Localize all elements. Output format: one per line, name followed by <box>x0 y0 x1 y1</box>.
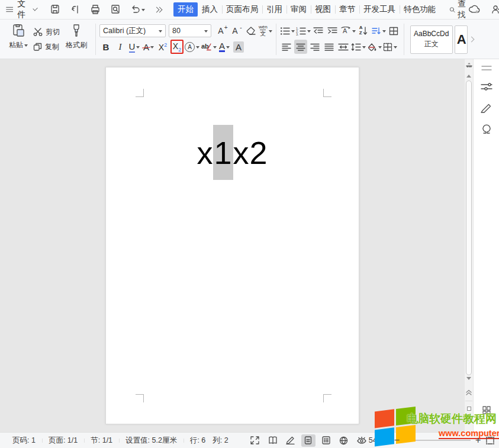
highlight-pen-icon: ab <box>201 42 212 51</box>
tab-review[interactable]: 审阅 <box>286 2 311 17</box>
pinyin-guide-button[interactable]: wén 文 <box>259 24 272 38</box>
style-next[interactable]: A <box>455 25 468 54</box>
fullscreen-button[interactable] <box>248 434 262 447</box>
highlight-color-button[interactable]: ab <box>201 40 217 54</box>
grow-font-glyph: A+ <box>218 26 227 36</box>
distribute-button[interactable] <box>337 40 350 54</box>
caret-icon <box>382 30 386 34</box>
page-thumbnails-button[interactable] <box>474 406 499 414</box>
paragraph-settings-button[interactable] <box>371 24 386 38</box>
style-gallery-expand-icon[interactable] <box>468 37 474 43</box>
document-text-line[interactable]: x1x2 <box>106 127 359 179</box>
pane-toggle-button[interactable] <box>474 65 499 71</box>
clear-format-button[interactable] <box>244 24 257 38</box>
web-layout-button[interactable] <box>337 434 351 447</box>
borders-button[interactable] <box>383 40 397 54</box>
tab-page-layout[interactable]: 页面布局 <box>222 2 262 17</box>
properties-pane-button[interactable] <box>474 82 499 92</box>
zoom-slider[interactable] <box>404 440 471 441</box>
tab-section[interactable]: 章节 <box>335 2 359 17</box>
scroll-up-button[interactable] <box>465 72 473 78</box>
decrease-indent-button[interactable] <box>312 24 325 38</box>
zoom-level-button[interactable]: 54% <box>369 436 389 444</box>
read-mode-button[interactable] <box>266 434 280 447</box>
numbered-list-button[interactable]: 1.2.3. <box>296 24 311 38</box>
scroll-down-button[interactable] <box>465 377 473 382</box>
cloud-sync-icon[interactable] <box>469 5 481 14</box>
scrollbar-thumb[interactable] <box>466 80 472 375</box>
status-section[interactable]: 节: 1/1 <box>84 436 119 446</box>
text-direction-button[interactable]: A <box>340 24 356 38</box>
file-menu[interactable]: 文件 <box>6 0 37 20</box>
tab-special-features[interactable]: 特色功能 <box>400 2 440 17</box>
more-commands-button[interactable] <box>154 8 162 12</box>
bullet-list-button[interactable] <box>280 24 295 38</box>
ruler-toggle-icon <box>466 62 472 67</box>
tab-home[interactable]: 开始 <box>173 2 198 17</box>
copy-button[interactable]: 复制 <box>33 42 60 52</box>
line-spacing-button[interactable] <box>351 40 366 54</box>
titlebar: 文件 开始 插入 页面布局 引用 审阅 视图 章节 开发工具 特色功能 查找 <box>0 0 499 20</box>
zoom-out-button[interactable]: − <box>394 435 400 446</box>
grow-font-button[interactable]: A+ <box>216 24 229 38</box>
zoom-in-button[interactable]: + <box>475 435 481 446</box>
save-icon[interactable] <box>50 4 60 15</box>
annotate-pen-button[interactable] <box>474 103 499 113</box>
eye-protection-button[interactable] <box>355 434 369 447</box>
next-page-button[interactable] <box>465 419 473 425</box>
status-pages[interactable]: 页面: 1/1 <box>42 436 84 446</box>
underline-button[interactable]: U <box>128 40 141 54</box>
invite-user-icon[interactable] <box>491 5 499 14</box>
format-painter-button[interactable]: 格式刷 <box>61 21 92 57</box>
enclose-character-button[interactable]: A <box>185 40 199 54</box>
document-page[interactable]: x1x2 <box>105 67 359 424</box>
fit-page-icon[interactable] <box>485 436 495 445</box>
document-canvas[interactable]: x1x2 <box>0 59 464 432</box>
page-view-button[interactable] <box>301 434 316 447</box>
style-normal[interactable]: AaBbCcDd 正文 <box>410 25 453 54</box>
increase-indent-button[interactable] <box>326 24 339 38</box>
undo-icon <box>130 5 140 14</box>
tab-insert[interactable]: 插入 <box>198 2 222 17</box>
tab-developer[interactable]: 开发工具 <box>359 2 400 17</box>
font-name-select[interactable]: Calibri (正文) <box>99 24 166 37</box>
strikethrough-button[interactable]: A <box>142 40 155 54</box>
undo-button[interactable] <box>130 5 145 14</box>
bold-button[interactable]: B <box>99 40 112 54</box>
insert-table-button[interactable] <box>387 24 400 38</box>
align-right-button[interactable] <box>308 40 321 54</box>
font-size-select[interactable]: 80 <box>169 24 211 37</box>
align-left-button[interactable] <box>280 40 293 54</box>
align-center-button[interactable] <box>294 40 307 54</box>
justify-button[interactable] <box>323 40 336 54</box>
character-shading-button[interactable]: A <box>232 40 245 54</box>
tab-references[interactable]: 引用 <box>262 2 286 17</box>
outline-view-button[interactable] <box>319 434 333 447</box>
decrease-indent-icon <box>313 27 323 35</box>
previous-page-button[interactable] <box>465 389 473 395</box>
caret-icon <box>196 46 199 50</box>
font-color-button[interactable]: A <box>218 40 231 54</box>
status-setting-value[interactable]: 设置值: 5.2厘米 <box>119 436 183 446</box>
select-browse-object-button[interactable] <box>465 407 473 411</box>
shading-button[interactable] <box>367 40 382 54</box>
vertical-scrollbar[interactable] <box>464 59 473 432</box>
sort-button[interactable]: AZ <box>357 24 370 38</box>
caret-icon <box>269 30 272 34</box>
ruler-toggle-button[interactable] <box>465 62 473 67</box>
superscript-button[interactable]: X2 <box>156 40 169 54</box>
paste-button[interactable]: 粘贴 <box>5 21 32 57</box>
search-button[interactable]: 查找 <box>449 0 469 20</box>
status-page-number[interactable]: 页码: 1 <box>6 436 42 446</box>
print-preview-icon[interactable] <box>110 4 121 15</box>
subscript-button-highlighted[interactable]: X2 <box>170 40 183 54</box>
shrink-font-glyph: A- <box>232 26 241 36</box>
ink-mode-button[interactable] <box>284 434 298 447</box>
shrink-font-button[interactable]: A- <box>230 24 243 38</box>
special-symbol-button[interactable] <box>474 124 499 134</box>
cut-button[interactable]: 剪切 <box>33 27 60 37</box>
print-icon[interactable] <box>90 4 101 15</box>
export-pdf-icon[interactable] <box>70 4 81 15</box>
tab-view[interactable]: 视图 <box>311 2 335 17</box>
italic-button[interactable]: I <box>114 40 127 54</box>
